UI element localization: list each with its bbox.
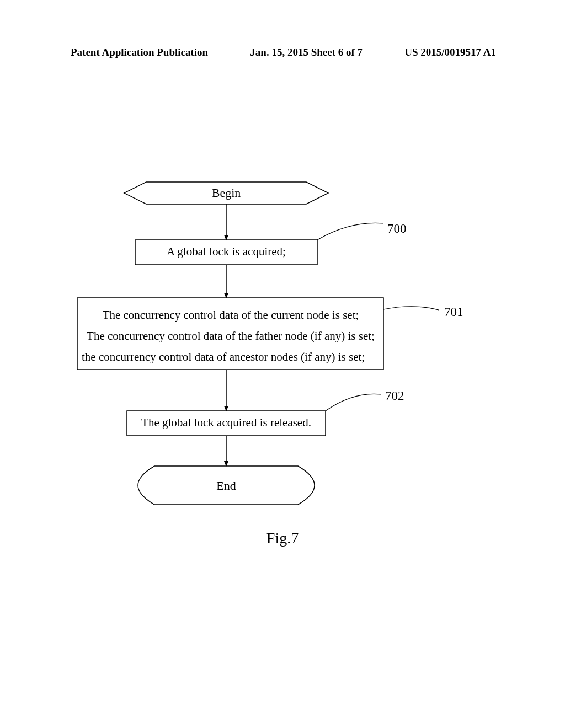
step-701-line2: The concurrency control data of the fath…	[87, 329, 375, 342]
header-right: US 2015/0019517 A1	[404, 46, 496, 58]
leader-701	[383, 307, 439, 310]
end-label: End	[216, 479, 236, 493]
page-header: Patent Application Publication Jan. 15, …	[0, 46, 565, 58]
step-700-text: A global lock is acquired;	[167, 245, 286, 258]
figure-caption: Fig.7	[0, 529, 565, 547]
step-700-node: A global lock is acquired;	[135, 240, 317, 265]
step-701-line3: the concurrency control data of ancestor…	[82, 350, 365, 363]
leader-702	[326, 394, 381, 411]
step-701-line1: The concurrency control data of the curr…	[103, 308, 359, 322]
flowchart-svg: Begin A global lock is acquired; 700 The…	[0, 165, 565, 540]
flowchart-figure: Begin A global lock is acquired; 700 The…	[0, 165, 565, 552]
begin-label: Begin	[212, 186, 241, 200]
begin-node: Begin	[124, 182, 328, 204]
label-700: 700	[387, 222, 407, 235]
end-node: End	[138, 466, 315, 505]
header-center: Jan. 15, 2015 Sheet 6 of 7	[250, 46, 363, 58]
label-701: 701	[444, 305, 463, 319]
header-left: Patent Application Publication	[71, 46, 208, 58]
step-701-node: The concurrency control data of the curr…	[77, 298, 383, 370]
leader-700	[317, 223, 383, 240]
label-702: 702	[385, 389, 404, 403]
step-702-node: The global lock acquired is released.	[127, 411, 326, 436]
step-702-text: The global lock acquired is released.	[141, 416, 311, 429]
